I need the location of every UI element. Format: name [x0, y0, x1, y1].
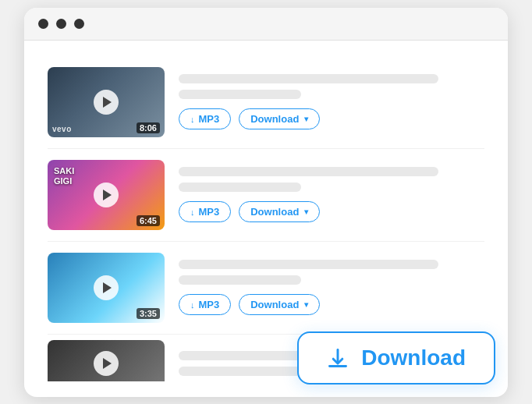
mp3-button-1[interactable]: ↓ MP3: [179, 108, 231, 129]
download-button-3[interactable]: Download ▾: [239, 294, 320, 315]
play-button-1[interactable]: [94, 90, 119, 115]
title-skeleton-1: [179, 74, 438, 83]
thumbnail-2: SAKIGIGI 6:45: [48, 160, 165, 230]
download-button-2[interactable]: Download ▾: [239, 201, 320, 222]
thumb-title-2: SAKIGIGI: [54, 166, 74, 186]
chevron-icon-1: ▾: [304, 115, 308, 123]
download-small-icon-1: ↓: [190, 115, 195, 124]
action-buttons-3: ↓ MP3 Download ▾: [179, 294, 484, 315]
big-download-button[interactable]: Download: [297, 331, 495, 385]
video-info-2: ↓ MP3 Download ▾: [179, 167, 484, 222]
mp3-button-3[interactable]: ↓ MP3: [179, 294, 231, 315]
download-label-2: Download: [250, 206, 299, 218]
title-skeleton-3: [179, 260, 438, 269]
thumb-duration-3: 3:35: [137, 308, 160, 319]
play-button-2[interactable]: [94, 183, 119, 207]
thumbnail-3: 3:35: [48, 253, 165, 323]
chevron-icon-3: ▾: [304, 300, 308, 309]
thumb-label-1: vevo: [52, 125, 72, 133]
dot-1: [38, 19, 48, 29]
download-small-icon-2: ↓: [190, 207, 195, 217]
titlebar: [24, 8, 508, 41]
video-info-3: ↓ MP3 Download ▾: [179, 260, 484, 315]
action-buttons-2: ↓ MP3 Download ▾: [179, 201, 484, 222]
action-buttons-1: ↓ MP3 Download ▾: [179, 108, 484, 129]
video-info-1: ↓ MP3 Download ▾: [179, 74, 484, 129]
big-download-icon: [327, 347, 349, 369]
subtitle-skeleton-1: [179, 90, 301, 99]
subtitle-skeleton-4: [179, 367, 301, 376]
thumb-duration-2: 6:45: [137, 215, 160, 226]
mp3-label-2: MP3: [199, 206, 220, 218]
download-label-3: Download: [250, 299, 299, 310]
list-item: 3:35 ↓ MP3 Download ▾: [48, 242, 484, 335]
mp3-button-2[interactable]: ↓ MP3: [179, 201, 231, 222]
download-small-icon-3: ↓: [190, 300, 195, 310]
download-label-1: Download: [250, 113, 299, 125]
mp3-label-1: MP3: [199, 113, 220, 125]
big-download-label: Download: [361, 346, 466, 370]
thumb-duration-1: 8:06: [137, 122, 160, 133]
browser-window: vevo 8:06 ↓ MP3 Download ▾: [24, 8, 508, 397]
thumbnail-4: [48, 340, 165, 381]
play-button-3[interactable]: [94, 275, 119, 300]
mp3-label-3: MP3: [199, 299, 220, 310]
chevron-icon-2: ▾: [304, 207, 308, 216]
dot-3: [74, 19, 84, 29]
dot-2: [56, 19, 66, 29]
play-button-4[interactable]: [94, 351, 119, 376]
download-button-1[interactable]: Download ▾: [239, 108, 320, 129]
list-item: SAKIGIGI 6:45 ↓ MP3 Download ▾: [48, 149, 484, 242]
subtitle-skeleton-2: [179, 183, 301, 192]
subtitle-skeleton-3: [179, 275, 301, 285]
thumbnail-1: vevo 8:06: [48, 67, 165, 137]
list-item: vevo 8:06 ↓ MP3 Download ▾: [48, 56, 484, 149]
title-skeleton-2: [179, 167, 438, 176]
